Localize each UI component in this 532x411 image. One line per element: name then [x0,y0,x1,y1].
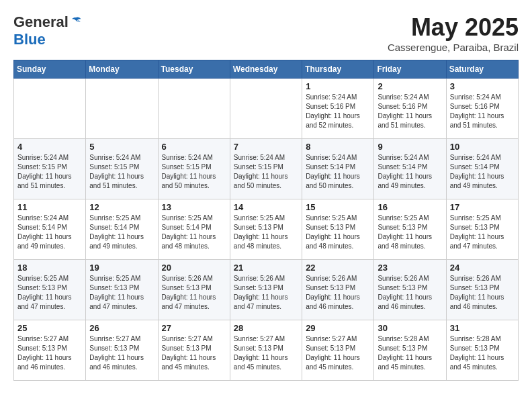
day-number: 12 [89,202,154,212]
calendar-cell: 4Sunrise: 5:24 AM Sunset: 5:15 PM Daylig… [14,139,86,199]
calendar-cell: 6Sunrise: 5:24 AM Sunset: 5:15 PM Daylig… [158,139,230,199]
calendar-cell: 2Sunrise: 5:24 AM Sunset: 5:16 PM Daylig… [374,79,446,139]
calendar-cell: 17Sunrise: 5:25 AM Sunset: 5:13 PM Dayli… [446,199,518,260]
day-number: 11 [17,202,82,212]
day-info: Sunrise: 5:27 AM Sunset: 5:13 PM Dayligh… [234,334,298,372]
day-number: 17 [450,202,515,212]
day-number: 5 [89,142,154,152]
day-info: Sunrise: 5:28 AM Sunset: 5:13 PM Dayligh… [450,334,515,372]
day-number: 6 [162,142,226,152]
calendar-cell [158,79,230,139]
calendar-cell: 13Sunrise: 5:25 AM Sunset: 5:14 PM Dayli… [158,199,230,260]
day-info: Sunrise: 5:25 AM Sunset: 5:13 PM Dayligh… [17,274,82,312]
day-info: Sunrise: 5:24 AM Sunset: 5:14 PM Dayligh… [450,153,515,191]
day-info: Sunrise: 5:25 AM Sunset: 5:13 PM Dayligh… [450,214,515,251]
calendar-cell: 3Sunrise: 5:24 AM Sunset: 5:16 PM Daylig… [446,79,518,139]
calendar-week-row: 25Sunrise: 5:27 AM Sunset: 5:13 PM Dayli… [14,320,519,381]
calendar-cell: 29Sunrise: 5:27 AM Sunset: 5:13 PM Dayli… [302,320,374,381]
calendar-cell: 16Sunrise: 5:25 AM Sunset: 5:13 PM Dayli… [374,199,446,260]
day-number: 18 [17,263,82,273]
calendar-cell: 22Sunrise: 5:26 AM Sunset: 5:13 PM Dayli… [302,260,374,320]
day-info: Sunrise: 5:28 AM Sunset: 5:13 PM Dayligh… [378,334,442,372]
day-info: Sunrise: 5:27 AM Sunset: 5:13 PM Dayligh… [89,334,154,372]
logo-bird-icon [70,16,82,28]
day-info: Sunrise: 5:24 AM Sunset: 5:15 PM Dayligh… [89,153,154,191]
calendar-week-row: 4Sunrise: 5:24 AM Sunset: 5:15 PM Daylig… [14,139,519,199]
logo-general-text: General [13,13,69,31]
day-number: 8 [306,142,370,152]
day-number: 22 [306,263,370,273]
day-number: 2 [378,81,442,91]
day-info: Sunrise: 5:24 AM Sunset: 5:16 PM Dayligh… [306,93,370,130]
day-info: Sunrise: 5:25 AM Sunset: 5:13 PM Dayligh… [89,274,154,312]
day-info: Sunrise: 5:24 AM Sunset: 5:15 PM Dayligh… [17,153,82,191]
day-number: 14 [234,202,298,212]
calendar-header-row: SundayMondayTuesdayWednesdayThursdayFrid… [14,60,519,79]
day-number: 24 [450,263,515,273]
logo-blue-text: Blue [13,31,46,48]
calendar-table: SundayMondayTuesdayWednesdayThursdayFrid… [13,60,519,381]
day-info: Sunrise: 5:24 AM Sunset: 5:14 PM Dayligh… [17,214,82,251]
location-subtitle: Casserengue, Paraiba, Brazil [388,42,519,53]
calendar-cell: 9Sunrise: 5:24 AM Sunset: 5:14 PM Daylig… [374,139,446,199]
day-number: 23 [378,263,442,273]
calendar-cell [14,79,86,139]
weekday-header-friday: Friday [374,60,446,79]
weekday-header-sunday: Sunday [14,60,86,79]
calendar-cell: 26Sunrise: 5:27 AM Sunset: 5:13 PM Dayli… [86,320,158,381]
day-number: 13 [162,202,226,212]
calendar-cell: 7Sunrise: 5:24 AM Sunset: 5:15 PM Daylig… [230,139,302,199]
calendar-cell: 20Sunrise: 5:26 AM Sunset: 5:13 PM Dayli… [158,260,230,320]
calendar-cell: 24Sunrise: 5:26 AM Sunset: 5:13 PM Dayli… [446,260,518,320]
day-number: 15 [306,202,370,212]
calendar-cell: 18Sunrise: 5:25 AM Sunset: 5:13 PM Dayli… [14,260,86,320]
day-number: 3 [450,81,515,91]
day-info: Sunrise: 5:27 AM Sunset: 5:13 PM Dayligh… [162,334,226,372]
logo: General Blue [13,13,82,48]
day-number: 29 [306,323,370,333]
calendar-week-row: 18Sunrise: 5:25 AM Sunset: 5:13 PM Dayli… [14,260,519,320]
calendar-cell: 19Sunrise: 5:25 AM Sunset: 5:13 PM Dayli… [86,260,158,320]
day-number: 31 [450,323,515,333]
day-number: 27 [162,323,226,333]
day-info: Sunrise: 5:24 AM Sunset: 5:15 PM Dayligh… [162,153,226,191]
day-number: 21 [234,263,298,273]
day-info: Sunrise: 5:25 AM Sunset: 5:13 PM Dayligh… [234,214,298,251]
calendar-cell: 21Sunrise: 5:26 AM Sunset: 5:13 PM Dayli… [230,260,302,320]
calendar-cell [230,79,302,139]
day-number: 4 [17,142,82,152]
weekday-header-thursday: Thursday [302,60,374,79]
day-number: 26 [89,323,154,333]
day-info: Sunrise: 5:25 AM Sunset: 5:13 PM Dayligh… [378,214,442,251]
calendar-cell: 5Sunrise: 5:24 AM Sunset: 5:15 PM Daylig… [86,139,158,199]
weekday-header-saturday: Saturday [446,60,518,79]
day-info: Sunrise: 5:24 AM Sunset: 5:14 PM Dayligh… [378,153,442,191]
day-number: 28 [234,323,298,333]
calendar-cell: 30Sunrise: 5:28 AM Sunset: 5:13 PM Dayli… [374,320,446,381]
calendar-cell: 8Sunrise: 5:24 AM Sunset: 5:14 PM Daylig… [302,139,374,199]
calendar-cell: 23Sunrise: 5:26 AM Sunset: 5:13 PM Dayli… [374,260,446,320]
calendar-cell [86,79,158,139]
day-number: 25 [17,323,82,333]
day-info: Sunrise: 5:24 AM Sunset: 5:15 PM Dayligh… [234,153,298,191]
calendar-cell: 31Sunrise: 5:28 AM Sunset: 5:13 PM Dayli… [446,320,518,381]
calendar-cell: 11Sunrise: 5:24 AM Sunset: 5:14 PM Dayli… [14,199,86,260]
day-number: 10 [450,142,515,152]
calendar-cell: 27Sunrise: 5:27 AM Sunset: 5:13 PM Dayli… [158,320,230,381]
day-info: Sunrise: 5:26 AM Sunset: 5:13 PM Dayligh… [378,274,442,312]
calendar-cell: 12Sunrise: 5:25 AM Sunset: 5:14 PM Dayli… [86,199,158,260]
day-info: Sunrise: 5:27 AM Sunset: 5:13 PM Dayligh… [17,334,82,372]
day-info: Sunrise: 5:26 AM Sunset: 5:13 PM Dayligh… [306,274,370,312]
day-info: Sunrise: 5:26 AM Sunset: 5:13 PM Dayligh… [450,274,515,312]
calendar-cell: 14Sunrise: 5:25 AM Sunset: 5:13 PM Dayli… [230,199,302,260]
day-number: 16 [378,202,442,212]
day-info: Sunrise: 5:24 AM Sunset: 5:16 PM Dayligh… [450,93,515,130]
day-info: Sunrise: 5:24 AM Sunset: 5:14 PM Dayligh… [306,153,370,191]
day-number: 9 [378,142,442,152]
day-number: 19 [89,263,154,273]
day-info: Sunrise: 5:24 AM Sunset: 5:16 PM Dayligh… [378,93,442,130]
calendar-cell: 10Sunrise: 5:24 AM Sunset: 5:14 PM Dayli… [446,139,518,199]
page-header: General Blue May 2025 Casserengue, Parai… [13,13,519,53]
day-info: Sunrise: 5:27 AM Sunset: 5:13 PM Dayligh… [306,334,370,372]
calendar-week-row: 1Sunrise: 5:24 AM Sunset: 5:16 PM Daylig… [14,79,519,139]
